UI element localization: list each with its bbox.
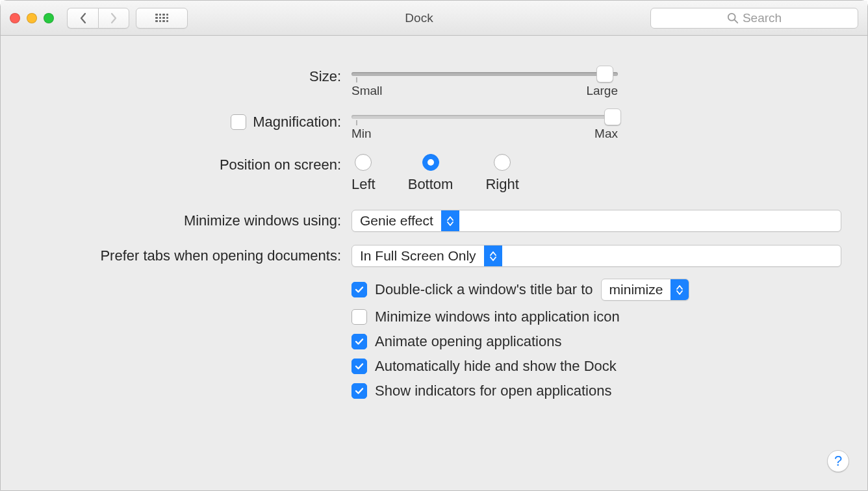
updown-arrows-icon — [441, 210, 459, 231]
grid-icon — [155, 14, 168, 23]
magnification-min-label: Min — [351, 127, 372, 141]
back-button[interactable] — [67, 8, 98, 29]
position-radio-bottom[interactable]: Bottom — [408, 154, 453, 193]
search-field[interactable]: Search — [650, 8, 858, 29]
content-pane: Size: Small Large Magn — [1, 36, 867, 490]
autohide-label: Automatically hide and show the Dock — [375, 358, 617, 375]
animate-label: Animate opening applications — [375, 333, 561, 350]
radio-indicator — [422, 154, 439, 171]
chevron-left-icon — [79, 12, 87, 24]
animate-checkbox[interactable] — [351, 334, 367, 349]
radio-label: Right — [485, 176, 518, 193]
minimize-into-checkbox[interactable] — [351, 309, 367, 325]
position-label: Position on screen: — [27, 151, 351, 173]
minimize-window-button[interactable] — [27, 13, 37, 23]
magnification-max-label: Max — [594, 127, 618, 141]
search-placeholder: Search — [743, 11, 782, 25]
help-button[interactable]: ? — [827, 450, 849, 472]
size-slider-thumb[interactable] — [596, 66, 613, 82]
updown-arrows-icon — [670, 279, 689, 300]
size-slider[interactable] — [351, 66, 618, 76]
chevron-right-icon — [110, 12, 118, 24]
position-radio-right[interactable]: Right — [485, 154, 518, 193]
radio-indicator — [494, 154, 511, 171]
double-click-action-popup[interactable]: minimize — [601, 279, 690, 301]
svg-line-1 — [735, 19, 738, 23]
size-min-label: Small — [351, 84, 383, 98]
minimize-using-label: Minimize windows using: — [27, 210, 351, 229]
zoom-window-button[interactable] — [44, 13, 54, 23]
radio-label: Left — [351, 176, 376, 193]
magnification-label: Magnification: — [253, 114, 341, 131]
window-controls — [10, 13, 54, 23]
prefer-tabs-value: In Full Screen Only — [352, 245, 484, 266]
magnification-slider-thumb[interactable] — [604, 108, 621, 125]
show-all-button[interactable] — [136, 8, 188, 29]
radio-label: Bottom — [408, 176, 453, 193]
double-click-action-value: minimize — [602, 279, 671, 300]
minimize-effect-popup[interactable]: Genie effect — [351, 210, 841, 232]
radio-indicator — [355, 154, 372, 171]
double-click-checkbox[interactable] — [351, 282, 367, 297]
position-radio-group: LeftBottomRight — [351, 151, 841, 193]
question-icon: ? — [834, 453, 842, 470]
position-radio-left[interactable]: Left — [351, 154, 376, 193]
dock-preferences-window: Dock Search Size: Small Large — [0, 0, 868, 491]
updown-arrows-icon — [484, 245, 502, 266]
prefer-tabs-popup[interactable]: In Full Screen Only — [351, 245, 841, 267]
magnification-slider[interactable] — [351, 108, 618, 119]
size-label: Size: — [27, 66, 351, 85]
minimize-effect-value: Genie effect — [352, 210, 441, 231]
forward-button[interactable] — [98, 8, 129, 29]
double-click-label: Double-click a window's title bar to — [375, 281, 593, 298]
window-title: Dock — [194, 11, 644, 25]
prefer-tabs-label: Prefer tabs when opening documents: — [27, 245, 351, 264]
titlebar: Dock Search — [1, 1, 867, 36]
close-window-button[interactable] — [10, 13, 20, 23]
search-icon — [727, 12, 739, 24]
minimize-into-label: Minimize windows into application icon — [375, 308, 620, 325]
indicators-label: Show indicators for open applications — [375, 383, 611, 399]
size-max-label: Large — [586, 84, 618, 98]
indicators-checkbox[interactable] — [351, 383, 367, 399]
nav-back-forward — [67, 8, 129, 29]
magnification-checkbox[interactable] — [231, 114, 246, 130]
svg-point-0 — [728, 13, 735, 20]
autohide-checkbox[interactable] — [351, 359, 367, 374]
